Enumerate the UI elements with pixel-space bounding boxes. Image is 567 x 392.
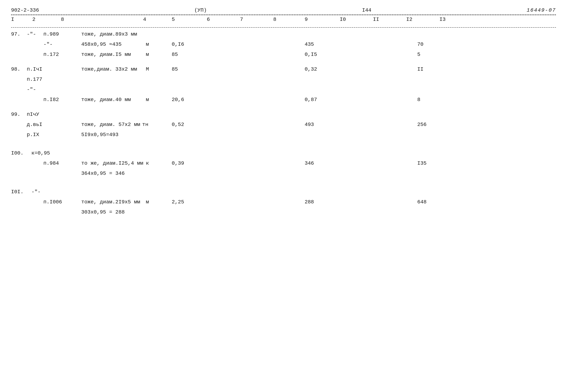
entry-101-col5-2: 2,25 (172, 199, 184, 205)
entry-101-sub1: -"- (31, 189, 41, 195)
entry-99: 99. пIчУ д.вьI тоже, диам. 57х2 мм тн 0,… (11, 112, 556, 141)
entry-99-desc2: тоже, диам. 57х2 мм (81, 122, 140, 127)
entry-101-num: I0I. (11, 189, 23, 195)
entry-98-row3: -"- (11, 87, 556, 96)
entry-97: 97. -"- п.989 тоже, диам.89х3 мм -"- 458… (11, 31, 556, 61)
header-right: 16449-07 (527, 7, 556, 13)
entry-98-col8-1: 0,32 (305, 66, 317, 72)
entry-101-sub2: п.I006 (43, 199, 62, 205)
entry-98-row4: п.I82 тоже, диам.40 мм м 20,6 0,87 8 (11, 97, 556, 106)
entry-98-sub2: п.177 (27, 77, 42, 82)
entry-99-num: 99. (11, 112, 20, 117)
col-header-5: 5 (172, 17, 175, 22)
entry-98-unit1: М (146, 66, 149, 72)
entry-100-desc2: то же, диам.I25,4 мм (81, 160, 143, 166)
header-left: 902-2-336 (11, 7, 39, 13)
entry-100-unit2: к (146, 160, 149, 166)
entry-100-col5-2: 0,39 (172, 160, 184, 166)
entry-101-row3: 303х0,95 = 288 (11, 209, 556, 219)
entry-101: I0I. -"- п.I006 тоже, диам.2I9х5 мм м 2,… (11, 189, 556, 219)
entry-101-desc3: 303х0,95 = 288 (81, 209, 125, 215)
entry-98-col5-1: 85 (172, 66, 178, 72)
entry-101-row2: п.I006 тоже, диам.2I9х5 мм м 2,25 288 64… (11, 199, 556, 208)
entry-99-sub2: д.вьI (27, 122, 42, 127)
entry-97-unit2: м (146, 42, 149, 47)
col-header-9: 9 (305, 17, 308, 22)
entry-97-row2: -"- 458х0,95 ≈435 м 0,I6 435 70 (11, 42, 556, 51)
entry-97-unit3: м (146, 52, 149, 57)
entry-98: 98. п.IчI тоже,диам. 33х2 мм М 85 0,32 I… (11, 66, 556, 106)
entry-99-desc3: 5I9х0,95=493 (81, 132, 119, 138)
entry-97-col8-3: 0,I5 (305, 52, 317, 57)
entry-97-desc2: 458х0,95 ≈435 (81, 42, 121, 47)
entry-101-row1: I0I. -"- (11, 189, 556, 198)
col-header-4: 4 (143, 17, 146, 22)
entry-101-desc2: тоже, диам.2I9х5 мм (81, 199, 140, 205)
entry-99-row3: р.IХ 5I9х0,95=493 (11, 132, 556, 141)
col-header-6: 6 (207, 17, 210, 22)
entry-100: I00. к=0,95 п.984 то же, диам.I25,4 мм к… (11, 150, 556, 180)
entry-98-sub4: п.I82 (43, 97, 59, 102)
col-header-2: 2 (32, 17, 35, 22)
entry-99-row1: 99. пIчУ (11, 112, 556, 121)
entry-99-col5-2: 0,52 (172, 122, 184, 127)
entry-99-row2: д.вьI тоже, диам. 57х2 мм тн 0,52 493 25… (11, 122, 556, 131)
entry-98-row1: 98. п.IчI тоже,диам. 33х2 мм М 85 0,32 I… (11, 66, 556, 76)
entry-97-sub3: п.172 (43, 52, 59, 57)
page-header: 902-2-336 (УП) I44 16449-07 (11, 7, 556, 13)
entry-97-row3: п.172 тоже, диам.I5 мм м 85 0,I5 5 (11, 52, 556, 61)
header-col: I44 (362, 7, 371, 13)
entry-98-col8-4: 0,87 (305, 97, 317, 102)
entry-99-col8-2: 493 (305, 122, 314, 127)
entry-98-col5-4: 20,6 (172, 97, 184, 102)
entry-100-row2: п.984 то же, диам.I25,4 мм к 0,39 346 I3… (11, 160, 556, 170)
entry-98-row2: п.177 (11, 77, 556, 86)
entry-97-desc1: тоже, диам.89х3 мм (81, 31, 137, 37)
col-header-12: I2 (406, 17, 413, 22)
entry-98-sub1a: п.IчI (27, 66, 42, 72)
entry-97-col5-2: 0,I6 (172, 42, 184, 47)
content-area: 97. -"- п.989 тоже, диам.89х3 мм -"- 458… (11, 31, 556, 219)
header-divider (11, 14, 556, 15)
entry-98-sub3: -"- (27, 87, 36, 92)
entry-97-desc3: тоже, диам.I5 мм (81, 52, 131, 57)
entry-98-col12-1: II (417, 66, 424, 72)
entry-101-col8-2: 288 (305, 199, 314, 205)
entry-100-num: I00. (11, 150, 23, 156)
entry-97-col12-3: 5 (417, 52, 420, 57)
header-center: (УП) (194, 7, 207, 13)
entry-100-desc3: 364х0,95 = 346 (81, 170, 125, 176)
col-header-11: II (373, 17, 379, 22)
entry-98-num: 98. (11, 66, 20, 72)
col-header-8: 8 (273, 17, 276, 22)
entry-98-desc1: тоже,диам. 33х2 мм (81, 66, 137, 72)
col-header-7: 7 (240, 17, 243, 22)
entry-97-num: 97. (11, 31, 20, 37)
entry-100-col8-2: 346 (305, 160, 314, 166)
entry-97-col12-2: 70 (417, 42, 424, 47)
entry-100-col12-2: I35 (417, 160, 427, 166)
entry-97-sub1: п.989 (43, 31, 59, 37)
col-header-3: 8 (61, 17, 64, 22)
entry-99-col12-2: 256 (417, 122, 427, 127)
entry-99-sub3: р.IХ (27, 132, 39, 138)
col-header-13: I3 (439, 17, 446, 22)
entry-101-col12-2: 648 (417, 199, 427, 205)
column-headers: I 2 8 4 5 6 7 8 9 I0 II I2 I3 (11, 17, 556, 28)
entry-97-sub2: -"- (43, 42, 53, 47)
entry-100-sub1: к=0,95 (31, 150, 50, 156)
entry-101-unit2: м (146, 199, 149, 205)
entry-100-sub2: п.984 (43, 160, 59, 166)
entry-99-sub1: пIчУ (27, 112, 39, 117)
entry-97-col5-3: 85 (172, 52, 178, 57)
entry-97-sublabel: -"- (27, 31, 36, 37)
entry-100-row3: 364х0,95 = 346 (11, 170, 556, 180)
col-header-10: I0 (340, 17, 346, 22)
entry-98-unit4: м (146, 97, 149, 102)
entry-97-col8-2: 435 (305, 42, 314, 47)
col-header-1: I (11, 17, 14, 22)
entry-98-col12-4: 8 (417, 97, 420, 102)
entry-97-row1: 97. -"- п.989 тоже, диам.89х3 мм (11, 31, 556, 41)
entry-98-desc4: тоже, диам.40 мм (81, 97, 131, 102)
entry-99-unit2: тн (142, 122, 149, 127)
